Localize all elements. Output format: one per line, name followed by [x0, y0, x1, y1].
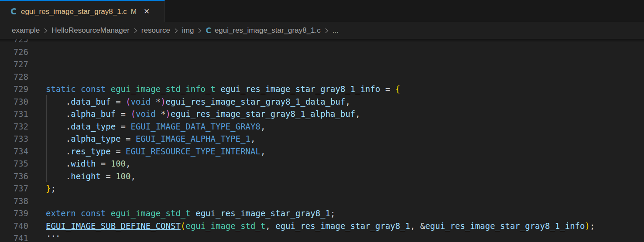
code-text: extern const egui_image_std_t egui_res_i…: [46, 207, 336, 220]
git-modified-badge: M: [131, 8, 137, 16]
token-punc: .: [46, 109, 71, 119]
token-var: egui_res_image_star_gray8_1: [275, 221, 410, 231]
line-number: 727: [0, 58, 28, 71]
code-editor[interactable]: 725726727728729static const egui_image_s…: [0, 39, 644, 242]
token-var: data_type: [71, 122, 116, 131]
token-punc: ,: [260, 147, 265, 156]
empty-tab-strip: [165, 0, 644, 22]
token-enum: EGUI_RESOURCE_TYPE_INTERNAL: [126, 147, 260, 156]
token-punc: [191, 208, 195, 218]
breadcrumb: exampleHelloResourceManagerresourceimgCe…: [0, 22, 644, 39]
breadcrumb-item-resource[interactable]: resource: [141, 26, 170, 35]
code-text: .data_type = EGUI_IMAGE_DATA_TYPE_GRAY8,: [46, 120, 265, 133]
breadcrumb-item-symbol-tail[interactable]: ...: [332, 26, 339, 35]
token-b2: (: [126, 97, 130, 106]
indent-guide: [46, 95, 47, 182]
code-line[interactable]: 741: [0, 232, 644, 242]
tab-egui-res-image-star-gray8-1-c[interactable]: C egui_res_image_star_gray8_1.c M ✕: [0, 0, 165, 22]
breadcrumb-file-label: egui_res_image_star_gray8_1.c: [215, 26, 321, 35]
token-b1: ): [585, 221, 589, 231]
code-line[interactable]: 727: [0, 58, 644, 71]
token-punc: .: [46, 134, 71, 143]
tab-title: egui_res_image_star_gray8_1.c: [21, 7, 127, 16]
token-var: egui_res_image_star_gray8_1_info: [425, 221, 585, 231]
token-punc: .: [46, 147, 71, 156]
token-var: egui_res_image_star_gray8_1_info: [220, 84, 380, 94]
code-line[interactable]: 733 .alpha_type = EGUI_IMAGE_ALPHA_TYPE_…: [0, 133, 644, 145]
token-punc: =: [116, 109, 130, 119]
code-line[interactable]: 728: [0, 71, 644, 83]
token-b1: }: [46, 184, 51, 193]
code-text: };: [46, 182, 56, 195]
code-line[interactable]: 740EGUI_IMAGE_SUB_DEFINE_CONST...(egui_i…: [0, 220, 644, 232]
token-punc: =: [111, 97, 126, 106]
code-line[interactable]: 734 .res_type = EGUI_RESOURCE_TYPE_INTER…: [0, 145, 644, 158]
token-punc: =: [116, 122, 130, 131]
breadcrumb-item-helloresourcemanager[interactable]: HelloResourceManager: [51, 26, 130, 35]
code-line[interactable]: 739extern const egui_image_std_t egui_re…: [0, 207, 644, 220]
code-content: 725726727728729static const egui_image_s…: [0, 39, 644, 242]
token-punc: , &: [410, 221, 425, 231]
line-number: 737: [0, 182, 28, 195]
token-kw: static const: [46, 84, 111, 94]
token-enum: EGUI_IMAGE_ALPHA_TYPE_1: [136, 134, 250, 143]
c-language-icon: C: [206, 27, 211, 34]
code-line[interactable]: 738: [0, 195, 644, 208]
breadcrumb-separator-icon: [173, 27, 179, 34]
code-line[interactable]: 726: [0, 46, 644, 58]
token-punc: =: [111, 147, 126, 156]
token-punc: =: [380, 84, 395, 94]
token-punc: =: [96, 159, 110, 168]
line-number: 734: [0, 145, 28, 158]
code-line[interactable]: 730 .data_buf = (void *)egui_res_image_s…: [0, 95, 644, 108]
token-var: height: [71, 171, 101, 181]
token-punc: .: [46, 122, 71, 131]
token-kw: extern const: [46, 208, 111, 218]
token-enum: EGUI_IMAGE_DATA_TYPE_GRAY8: [130, 122, 260, 131]
token-b2: (: [130, 109, 135, 119]
token-b2: ): [166, 109, 171, 119]
code-line[interactable]: 729static const egui_image_std_info_t eg…: [0, 83, 644, 95]
breadcrumb-separator-icon: [43, 27, 48, 34]
code-line[interactable]: 732 .data_type = EGUI_IMAGE_DATA_TYPE_GR…: [0, 120, 644, 133]
code-line[interactable]: 725: [0, 39, 644, 46]
token-punc: .: [46, 97, 71, 106]
line-number: 740: [0, 220, 28, 232]
token-var: alpha_buf: [71, 109, 116, 119]
code-line[interactable]: 737};: [0, 182, 644, 195]
code-text: .data_buf = (void *)egui_res_image_star_…: [46, 95, 350, 108]
code-line[interactable]: 735 .width = 100,: [0, 157, 644, 170]
line-number: 730: [0, 95, 28, 108]
token-punc: ,: [131, 171, 136, 181]
code-line[interactable]: 736 .height = 100,: [0, 170, 644, 183]
token-kw: void: [131, 97, 151, 106]
token-punc: ,: [355, 109, 360, 119]
token-type: egui_image_std_t: [111, 208, 191, 218]
token-var: egui_res_image_star_gray8_1_data_buf: [166, 97, 346, 106]
c-language-icon: C: [10, 7, 17, 16]
line-number: 741: [0, 232, 28, 242]
breadcrumb-item-example[interactable]: example: [12, 26, 40, 35]
code-line[interactable]: 731 .alpha_buf = (void *)egui_res_image_…: [0, 108, 644, 120]
token-b2: ): [161, 97, 165, 106]
code-text: .width = 100,: [46, 157, 131, 170]
token-type: egui_image_std_info_t: [111, 84, 216, 94]
code-text: .res_type = EGUI_RESOURCE_TYPE_INTERNAL,: [46, 145, 265, 158]
token-punc: ,: [126, 159, 130, 168]
code-text: static const egui_image_std_info_t egui_…: [46, 83, 400, 95]
breadcrumb-item-img[interactable]: img: [182, 26, 194, 35]
breadcrumb-separator-icon: [133, 27, 138, 34]
token-type: egui_image_std_t: [185, 221, 265, 231]
token-punc: ,: [265, 221, 275, 231]
token-var: res_type: [71, 147, 111, 156]
token-b1: (: [181, 221, 185, 231]
token-punc: *: [151, 97, 161, 106]
close-icon[interactable]: ✕: [142, 7, 151, 17]
token-kw: void: [136, 109, 156, 119]
token-var: egui_res_image_star_gray8_1_alpha_buf: [171, 109, 355, 119]
breadcrumb-separator-icon: [197, 27, 202, 34]
code-text: .alpha_buf = (void *)egui_res_image_star…: [46, 108, 360, 120]
line-number: 738: [0, 195, 28, 208]
breadcrumb-item-file[interactable]: Cegui_res_image_star_gray8_1.c: [206, 26, 320, 35]
token-b1: {: [395, 84, 400, 94]
